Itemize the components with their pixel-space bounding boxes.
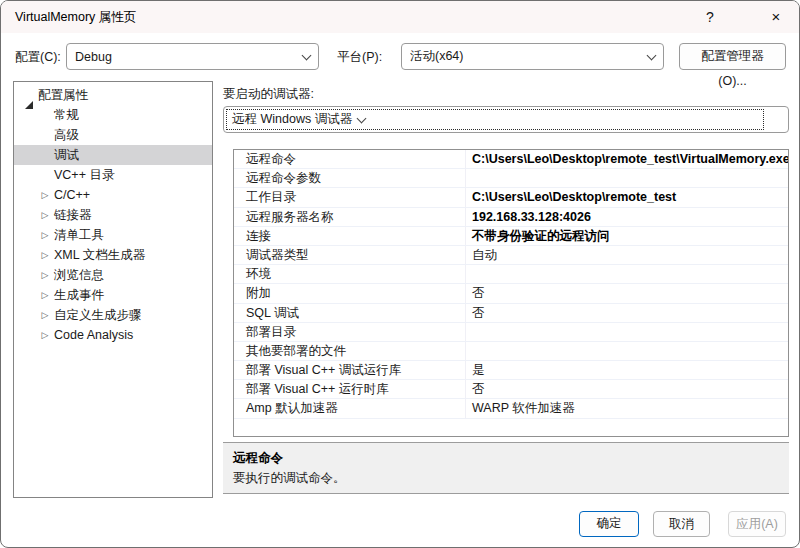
tree-item-label: 链接器 xyxy=(54,205,92,225)
property-name: 其他要部署的文件 xyxy=(234,342,466,360)
collapsed-triangle-icon[interactable]: ▷ xyxy=(38,265,52,285)
virtualmemory-property-pages-dialog: VirtualMemory 属性页 ? × 配置(C): Debug 平台(P)… xyxy=(0,0,800,548)
property-name: 部署 Visual C++ 调试运行库 xyxy=(234,361,466,379)
tree-item-general[interactable]: 常规 xyxy=(14,105,212,125)
tree-item-label: 清单工具 xyxy=(54,225,104,245)
help-icon[interactable]: ? xyxy=(693,1,727,33)
description-text: 要执行的调试命令。 xyxy=(233,470,779,487)
property-value[interactable]: WARP 软件加速器 xyxy=(466,399,788,417)
platform-label: 平台(P): xyxy=(337,49,382,66)
property-value[interactable]: 是 xyxy=(466,361,788,379)
tree-item-label: 调试 xyxy=(54,145,79,165)
platform-value: 活动(x64) xyxy=(410,48,642,65)
property-row-debugger-type[interactable]: 调试器类型 自动 xyxy=(234,246,788,265)
tree-item-label: 高级 xyxy=(54,125,79,145)
configuration-select[interactable]: Debug xyxy=(66,43,319,70)
property-row-deploy-vcpp-debug-runtime[interactable]: 部署 Visual C++ 调试运行库 是 xyxy=(234,361,788,380)
platform-select[interactable]: 活动(x64) xyxy=(401,43,664,70)
tree-item-browse-information[interactable]: ▷ 浏览信息 xyxy=(14,265,212,285)
property-name: 远程命令 xyxy=(234,150,466,168)
tree-item-linker[interactable]: ▷ 链接器 xyxy=(14,205,212,225)
property-name: 部署目录 xyxy=(234,323,466,341)
chevron-down-icon xyxy=(647,50,657,60)
chevron-down-icon xyxy=(302,50,312,60)
chevron-down-icon xyxy=(357,113,367,123)
tree-item-build-events[interactable]: ▷ 生成事件 xyxy=(14,285,212,305)
tree-item-label: 常规 xyxy=(54,105,79,125)
property-row-amp-default-accelerator[interactable]: Amp 默认加速器 WARP 软件加速器 xyxy=(234,399,788,418)
property-row-working-directory[interactable]: 工作目录 C:\Users\Leo\Desktop\remote_test xyxy=(234,188,788,207)
property-name: 部署 Visual C++ 运行时库 xyxy=(234,380,466,398)
apply-button: 应用(A) xyxy=(728,511,786,537)
tree-item-label: Code Analysis xyxy=(54,325,133,345)
property-grid: 远程命令 C:\Users\Leo\Desktop\remote_test\Vi… xyxy=(233,149,789,437)
tree-item-label: 浏览信息 xyxy=(54,265,104,285)
property-value[interactable]: C:\Users\Leo\Desktop\remote_test xyxy=(466,188,788,206)
titlebar[interactable]: VirtualMemory 属性页 ? × xyxy=(1,1,799,33)
tree-item-debugging[interactable]: 调试 xyxy=(14,145,212,165)
collapsed-triangle-icon[interactable]: ▷ xyxy=(38,225,52,245)
property-name: Amp 默认加速器 xyxy=(234,399,466,417)
tree-item-vcpp-directories[interactable]: VC++ 目录 xyxy=(14,165,212,185)
configuration-value: Debug xyxy=(75,50,297,64)
property-value[interactable] xyxy=(466,342,788,360)
debugger-to-launch-label: 要启动的调试器: xyxy=(223,86,314,103)
collapsed-triangle-icon[interactable]: ▷ xyxy=(38,285,52,305)
tree-item-label: C/C++ xyxy=(54,185,90,205)
property-value[interactable]: 否 xyxy=(466,380,788,398)
collapsed-triangle-icon[interactable]: ▷ xyxy=(38,205,52,225)
property-value[interactable] xyxy=(466,323,788,341)
property-value[interactable]: 否 xyxy=(466,284,788,302)
property-name: 远程命令参数 xyxy=(234,169,466,187)
property-name: 调试器类型 xyxy=(234,246,466,264)
collapsed-triangle-icon[interactable]: ▷ xyxy=(38,325,52,345)
collapsed-triangle-icon[interactable]: ▷ xyxy=(38,305,52,325)
configuration-label: 配置(C): xyxy=(15,49,61,66)
property-row-remote-command[interactable]: 远程命令 C:\Users\Leo\Desktop\remote_test\Vi… xyxy=(234,150,788,169)
property-value[interactable]: 自动 xyxy=(466,246,788,264)
property-row-connection[interactable]: 连接 不带身份验证的远程访问 xyxy=(234,227,788,246)
tree-item-label: XML 文档生成器 xyxy=(54,245,145,265)
tree-item-config-properties[interactable]: 配置属性 xyxy=(14,85,212,105)
property-row-deployment-directory[interactable]: 部署目录 xyxy=(234,323,788,342)
collapsed-triangle-icon[interactable]: ▷ xyxy=(38,245,52,265)
property-name: 远程服务器名称 xyxy=(234,208,466,226)
property-row-environment[interactable]: 环境 xyxy=(234,265,788,284)
property-name: 附加 xyxy=(234,284,466,302)
tree-item-custom-build-step[interactable]: ▷ 自定义生成步骤 xyxy=(14,305,212,325)
property-row-remote-server-name[interactable]: 远程服务器名称 192.168.33.128:4026 xyxy=(234,208,788,227)
close-icon[interactable]: × xyxy=(759,1,793,33)
window-title: VirtualMemory 属性页 xyxy=(15,9,136,26)
tree-item-xml-doc-generator[interactable]: ▷ XML 文档生成器 xyxy=(14,245,212,265)
property-description-panel: 远程命令 要执行的调试命令。 xyxy=(223,442,789,494)
collapsed-triangle-icon[interactable]: ▷ xyxy=(38,185,52,205)
tree-item-label: 配置属性 xyxy=(38,85,88,105)
tree-item-label: VC++ 目录 xyxy=(54,165,114,185)
property-value[interactable]: 192.168.33.128:4026 xyxy=(466,208,788,226)
tree-item-c-cpp[interactable]: ▷ C/C++ xyxy=(14,185,212,205)
debugger-select[interactable]: 远程 Windows 调试器 xyxy=(223,106,789,133)
tree-item-code-analysis[interactable]: ▷ Code Analysis xyxy=(14,325,212,345)
property-name: 连接 xyxy=(234,227,466,245)
cancel-button[interactable]: 取消 xyxy=(653,511,710,537)
description-title: 远程命令 xyxy=(233,450,779,467)
property-row-attach[interactable]: 附加 否 xyxy=(234,284,788,303)
property-name: 工作目录 xyxy=(234,188,466,206)
property-name: SQL 调试 xyxy=(234,304,466,322)
tree-item-advanced[interactable]: 高级 xyxy=(14,125,212,145)
property-row-deploy-vcpp-runtime[interactable]: 部署 Visual C++ 运行时库 否 xyxy=(234,380,788,399)
tree-item-manifest-tool[interactable]: ▷ 清单工具 xyxy=(14,225,212,245)
property-value[interactable]: 否 xyxy=(466,304,788,322)
property-value[interactable] xyxy=(466,265,788,283)
property-value[interactable]: C:\Users\Leo\Desktop\remote_test\Virtual… xyxy=(466,150,788,168)
ok-button[interactable]: 确定 xyxy=(579,511,639,537)
property-name: 环境 xyxy=(234,265,466,283)
property-row-remote-command-arguments[interactable]: 远程命令参数 xyxy=(234,169,788,188)
debugger-value: 远程 Windows 调试器 xyxy=(232,111,352,128)
tree-item-label: 生成事件 xyxy=(54,285,104,305)
property-row-sql-debugging[interactable]: SQL 调试 否 xyxy=(234,304,788,323)
property-row-additional-files-to-deploy[interactable]: 其他要部署的文件 xyxy=(234,342,788,361)
property-value[interactable]: 不带身份验证的远程访问 xyxy=(466,227,788,245)
configuration-manager-button[interactable]: 配置管理器(O)... xyxy=(679,43,786,70)
property-value[interactable] xyxy=(466,169,788,187)
